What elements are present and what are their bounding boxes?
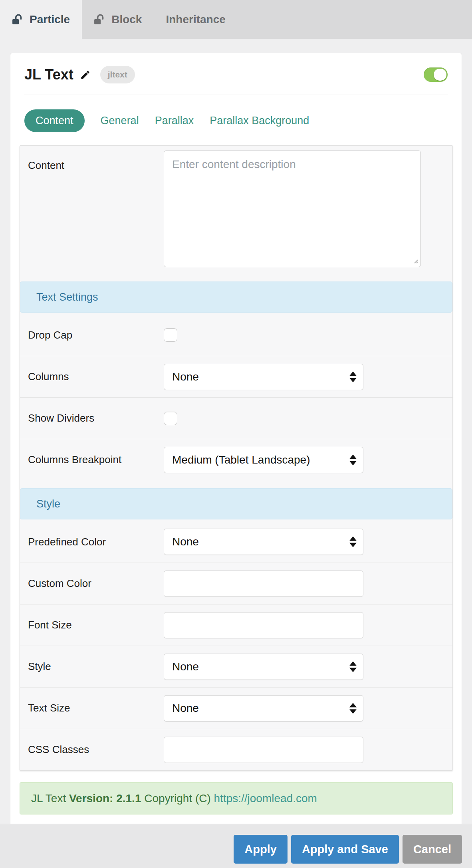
settings-tab-bar: Content General Parallax Parallax Backgr…	[24, 109, 448, 132]
particle-settings-dialog: Particle Block Inheritance JL Text jlt	[0, 0, 472, 868]
section-title: Text Settings	[36, 291, 98, 303]
section-text-settings: Text Settings	[20, 281, 452, 313]
tab-block-label: Block	[111, 13, 142, 26]
form-row-text-size: Text Size None	[20, 687, 452, 729]
show-dividers-checkbox[interactable]	[164, 412, 177, 425]
field-label: Style	[28, 660, 164, 673]
joomlead-link[interactable]: https://joomlead.com	[214, 792, 317, 805]
header-divider	[24, 95, 448, 95]
text-size-select[interactable]: None	[164, 695, 363, 721]
form-row-font-size: Font Size	[20, 604, 452, 646]
resize-grip-icon[interactable]	[413, 258, 418, 265]
action-bar: Apply Apply and Save Cancel	[0, 824, 472, 868]
drop-cap-checkbox[interactable]	[164, 328, 177, 342]
content-textarea-wrap	[164, 151, 421, 269]
apply-button[interactable]: Apply	[234, 835, 288, 864]
field-label: Content	[28, 151, 164, 172]
tab-general[interactable]: General	[101, 115, 139, 127]
section-style: Style	[20, 488, 452, 519]
form-row-columns-breakpoint: Columns Breakpoint Medium (Tablet Landsc…	[20, 439, 452, 480]
info-product: JL Text	[31, 792, 69, 805]
field-label: Font Size	[28, 619, 164, 631]
field-label: Custom Color	[28, 577, 164, 590]
predefined-color-select[interactable]: None	[164, 529, 363, 555]
form-row-style: Style None	[20, 646, 452, 687]
form-row-predefined-color: Predefined Color None	[20, 521, 452, 563]
field-label: Columns	[28, 371, 164, 383]
field-label: Show Dividers	[28, 412, 164, 424]
window-tab-bar: Particle Block Inheritance	[0, 0, 472, 39]
form-row-drop-cap: Drop Cap	[20, 314, 452, 356]
select-arrows-icon	[349, 661, 357, 672]
select-arrows-icon	[349, 371, 357, 382]
tab-particle-label: Particle	[30, 13, 70, 26]
info-version: Version: 2.1.1	[69, 792, 141, 805]
field-label: Text Size	[28, 702, 164, 714]
select-arrows-icon	[349, 537, 357, 547]
custom-color-input[interactable]	[164, 571, 363, 597]
tab-block[interactable]: Block	[82, 0, 154, 39]
form-row-columns: Columns None	[20, 356, 452, 397]
font-size-input[interactable]	[164, 612, 363, 638]
columns-select[interactable]: None	[164, 364, 363, 390]
page-title: JL Text	[24, 66, 73, 83]
lock-open-icon	[12, 14, 24, 25]
field-label: Predefined Color	[28, 536, 164, 548]
tab-parallax[interactable]: Parallax	[155, 115, 194, 127]
particle-key-badge: jltext	[100, 66, 135, 83]
tab-inheritance-label: Inheritance	[166, 13, 225, 26]
enabled-toggle[interactable]	[424, 67, 448, 82]
selected-value: None	[172, 660, 199, 673]
selected-value: None	[172, 535, 199, 548]
tab-particle[interactable]: Particle	[0, 0, 82, 39]
style-select[interactable]: None	[164, 654, 363, 680]
form-row-content: Content	[20, 146, 452, 273]
particle-panel: JL Text jltext Content General Parallax …	[10, 53, 462, 832]
toggle-knob	[434, 69, 446, 81]
tab-inheritance[interactable]: Inheritance	[154, 0, 237, 39]
field-label: Columns Breakpoint	[28, 454, 164, 466]
section-title: Style	[36, 498, 60, 510]
form-row-custom-color: Custom Color	[20, 563, 452, 604]
version-info-bar: JL Text Version: 2.1.1 Copyright (C) htt…	[20, 782, 453, 814]
cancel-button[interactable]: Cancel	[403, 835, 462, 864]
select-arrows-icon	[349, 454, 357, 465]
select-arrows-icon	[349, 703, 357, 713]
form-row-css-classes: CSS Classes	[20, 729, 452, 770]
columns-breakpoint-select[interactable]: Medium (Tablet Landscape)	[164, 447, 363, 473]
selected-value: None	[172, 371, 199, 383]
content-textarea[interactable]	[164, 151, 421, 267]
apply-and-save-button[interactable]: Apply and Save	[291, 835, 399, 864]
field-label: CSS Classes	[28, 743, 164, 756]
settings-form: Content Text Settings Drop Cap	[20, 145, 453, 771]
edit-title-icon[interactable]	[80, 69, 91, 80]
tab-content[interactable]: Content	[24, 109, 85, 132]
form-row-show-dividers: Show Dividers	[20, 397, 452, 439]
selected-value: Medium (Tablet Landscape)	[172, 454, 310, 466]
selected-value: None	[172, 702, 199, 715]
tab-parallax-background[interactable]: Parallax Background	[210, 115, 309, 127]
panel-header: JL Text jltext	[10, 53, 462, 83]
info-copyright: Copyright (C)	[141, 792, 214, 805]
lock-open-icon	[94, 14, 106, 25]
css-classes-input[interactable]	[164, 737, 363, 763]
field-label: Drop Cap	[28, 329, 164, 341]
